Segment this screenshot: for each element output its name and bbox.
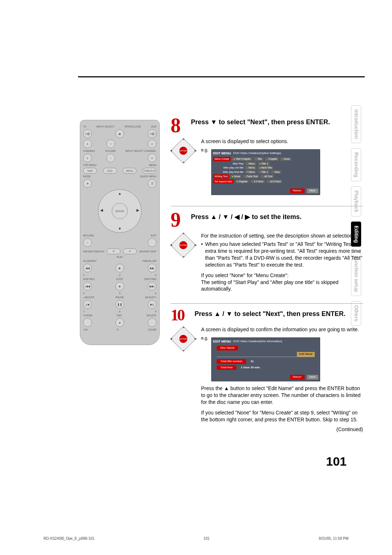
remote-return-label: RETURN — [83, 234, 94, 237]
instant-replay-button[interactable]: ⟲ — [107, 248, 121, 254]
remote-fwd-slow: FWD/SLOW — [142, 260, 156, 262]
menu-button[interactable]: MENU — [123, 168, 136, 174]
remote-slow-rev: SLOW/REV — [83, 260, 97, 262]
n5: 5 — [119, 292, 121, 295]
n9: 9 — [155, 310, 156, 313]
n8: 8 — [119, 310, 121, 313]
stop-button[interactable]: ■ — [115, 282, 124, 291]
instant-skip-button[interactable]: ⟳ — [123, 248, 137, 254]
remote-skip-rev: SKIP REV — [83, 278, 95, 280]
disc-name-label: Disc Name — [217, 346, 238, 351]
remote-adjust-minus: –ADJUST — [83, 296, 94, 299]
exit-button[interactable] — [148, 238, 156, 247]
remote-clear: CLEAR — [148, 328, 156, 331]
step-10-p3: If you selected "None" for "Menu Create"… — [201, 409, 363, 423]
wt-parts: Parts Test — [243, 175, 260, 178]
enter-diagram: ▲ ◀ ▶ ▼ ENTER — [171, 138, 196, 163]
timeslip-button[interactable]: TIMESLIP — [143, 168, 156, 174]
remote-open-close-label: OPEN/CLOSE — [124, 125, 141, 128]
eg-label-10: e.g. — [201, 335, 208, 341]
aspect-label: Set aspect ratio — [213, 179, 234, 183]
enter-icon-10: ENTER — [179, 335, 187, 343]
remote-input-select-label: INPUT SELECT — [97, 125, 115, 128]
pause-button[interactable]: ❚❚ — [115, 300, 124, 309]
screen-return: Return — [290, 189, 305, 193]
skip-rev-button[interactable]: |◀◀ — [83, 282, 92, 291]
vol-up-button[interactable]: + — [106, 139, 115, 148]
total-title-number-val: 11 — [250, 360, 254, 363]
top-rule — [78, 76, 365, 77]
option-settings-screen: EDIT MENU DVD Video Creation(Option Sett… — [211, 149, 320, 195]
sp-title1: Title 1 — [258, 162, 269, 165]
sp-menu: Menu — [245, 162, 256, 165]
n7: 7 — [83, 310, 85, 313]
dpad[interactable]: ▲ ◀ ▶ ▼ ENTER — [98, 189, 142, 233]
n1: 1 — [83, 274, 85, 276]
screen-next: Next — [307, 189, 318, 193]
continued-label: (Continued) — [201, 426, 363, 433]
remote-play-label: PLAY — [117, 256, 123, 258]
delete-button[interactable] — [148, 318, 156, 327]
vol-down-button[interactable]: − — [106, 154, 115, 162]
remote-exit-label: EXIT — [151, 234, 156, 237]
step-8-number: 8 — [171, 116, 188, 134]
adjust-plus-button[interactable]: ▶|| — [148, 300, 156, 309]
screen-heading: DVD Video Creation(Option Settings) — [233, 151, 281, 155]
bullet-icon: • — [201, 241, 203, 268]
mode-button[interactable]: ★ — [83, 179, 92, 188]
remote-instant-replay: INSTANT REPLAY — [83, 250, 104, 253]
remote-adjust-plus: ADJUST+ — [145, 296, 156, 299]
enter-button[interactable]: ENTER — [112, 203, 128, 219]
power-dvd-button[interactable]: I/⏻ — [148, 129, 156, 138]
footer-left: RD-XS24SB_Ope_E_p098-101 — [44, 536, 94, 540]
tv-dvr-button[interactable] — [83, 318, 92, 327]
screen-return-10: Return — [290, 375, 305, 380]
menu-create-label: Menu Create — [213, 157, 230, 161]
rec-button[interactable]: ● — [115, 318, 124, 327]
ar-43: 4:3 fixed — [250, 180, 265, 183]
remote-mode-label: MODE — [83, 175, 91, 178]
ch-down-button[interactable]: ∨ — [83, 154, 92, 162]
total-title-number-label: Total title number — [217, 359, 246, 364]
remote-stop: STOP — [116, 278, 123, 280]
edit-menu-logo-10: EDIT MENU — [213, 339, 231, 344]
ao-menu: Menu — [245, 166, 256, 169]
ch-up2-button[interactable]: ∧ — [148, 139, 156, 148]
wt-none: None — [230, 175, 241, 178]
total-time-val: 1 hour 24 min. — [241, 366, 260, 369]
quick-menu-button[interactable]: ☰ — [148, 179, 156, 188]
remote-instant-skip: INSTANT SKIP — [139, 250, 156, 253]
hdd-button[interactable]: HDD — [83, 168, 97, 174]
step-9-p2a: If you select "None" for "Menu Create": — [201, 272, 363, 279]
footer: RD-XS24SB_Ope_E_p098-101 101 8/31/05, 11… — [44, 536, 348, 540]
return-button[interactable]: ○ — [83, 238, 92, 247]
remote-dvd-label: DVD — [151, 125, 156, 128]
writing-test-label: Writing Test — [213, 174, 229, 178]
remote-delete: DELETE — [147, 314, 156, 317]
n3: 3 — [155, 274, 156, 276]
fwd-button[interactable]: ▶▶ — [148, 264, 156, 272]
footer-mid: 101 — [204, 536, 210, 540]
remote-top-menu-label: TOP MENU — [83, 164, 97, 166]
edit-name-button: Edit Name — [297, 352, 315, 357]
step-10-number: 10 — [171, 308, 192, 323]
adjust-minus-button[interactable]: ||◀ — [83, 300, 92, 309]
start-play-label: Start Play — [213, 162, 244, 165]
skip-fwd-button[interactable]: ▶▶| — [148, 282, 156, 291]
opt-none: None — [280, 157, 291, 161]
power-tv-button[interactable]: I/⏻ — [83, 129, 92, 138]
dvd-button[interactable]: DVD — [103, 168, 117, 174]
play-button[interactable]: ▶ — [115, 264, 124, 272]
eject-button[interactable]: ⏏ — [115, 129, 124, 138]
enter-diagram-9: ▲ ◀ ▶ ▼ ENTER — [171, 232, 196, 258]
af-stop: Stop — [271, 170, 281, 174]
n6: 6 — [155, 292, 156, 295]
ch-down2-button[interactable]: ∨ — [148, 154, 156, 162]
divider-9-10 — [171, 303, 363, 304]
rev-button[interactable]: ◀◀ — [83, 264, 92, 272]
page-number: 101 — [326, 454, 347, 469]
wt-all: All Test — [261, 175, 274, 178]
ch-up-button[interactable]: ∧ — [83, 139, 92, 148]
remote-pause: PAUSE — [115, 296, 124, 299]
remote-rec: REC — [117, 314, 122, 317]
